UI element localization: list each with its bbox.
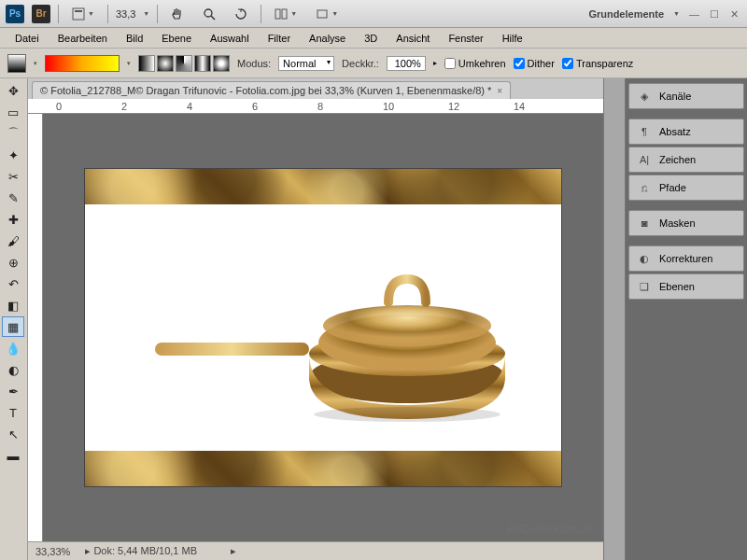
diamond-gradient-button[interactable] <box>213 55 230 72</box>
character-icon: A| <box>637 152 652 167</box>
document-canvas <box>85 169 561 486</box>
lid-handle <box>388 279 426 302</box>
tools-panel: ✥ ▭ ⌒ ✦ ✂ ✎ ✚ 🖌 ⊕ ↶ ◧ ▦ 💧 ◐ ✒ T ↖ ▬ <box>0 78 28 560</box>
menu-filter[interactable]: Filter <box>261 30 298 47</box>
svg-point-2 <box>204 9 212 17</box>
pan-handle <box>155 343 309 356</box>
opacity-label: Deckkr.: <box>342 58 379 69</box>
crop-tool[interactable]: ✂ <box>2 166 24 187</box>
svg-point-9 <box>323 305 491 346</box>
stamp-tool[interactable]: ⊕ <box>2 252 24 273</box>
linear-gradient-button[interactable] <box>138 55 155 72</box>
panel-zeichen[interactable]: A|Zeichen <box>628 147 744 173</box>
canvas-viewport[interactable]: PSD-Tutorials.de <box>43 114 603 541</box>
adjustments-icon: ◐ <box>637 251 652 266</box>
tool-preset[interactable] <box>7 54 26 73</box>
blend-mode-select[interactable]: Normal <box>278 56 334 71</box>
menu-bearbeiten[interactable]: Bearbeiten <box>50 30 115 47</box>
application-bar: Ps Br ▼ 33,3▼ ▼ ▼ Grundelemente▼ — ☐ ✕ <box>0 0 747 28</box>
status-bar: 33,33% ▸ Dok: 5,44 MB/10,1 MB ▸ <box>28 541 603 560</box>
panel-masken[interactable]: ◙Masken <box>628 210 744 236</box>
status-arrow-icon[interactable]: ▸ <box>231 545 236 557</box>
menu-ebene[interactable]: Ebene <box>154 30 199 47</box>
document-tab-bar: © Fotolia_212788_M© Dragan Trifunovic - … <box>28 78 603 99</box>
view-extras-button[interactable]: ▼ <box>66 6 100 22</box>
opacity-input[interactable]: 100% <box>387 56 426 71</box>
dither-checkbox[interactable]: Dither <box>514 58 555 69</box>
radial-gradient-button[interactable] <box>157 55 174 72</box>
zoom-level[interactable]: 33,3 <box>116 8 135 20</box>
move-tool[interactable]: ✥ <box>2 80 24 101</box>
hand-tool-shortcut[interactable] <box>165 6 190 22</box>
status-zoom[interactable]: 33,33% <box>35 546 70 557</box>
dodge-tool[interactable]: ◐ <box>2 359 24 380</box>
modus-label: Modus: <box>237 58 271 69</box>
horizontal-ruler[interactable]: 0 2 4 6 8 10 12 14 <box>28 99 603 114</box>
channels-icon: ◈ <box>637 89 652 104</box>
svg-rect-4 <box>275 9 280 19</box>
minimize-icon[interactable]: — <box>689 8 700 20</box>
menu-3d[interactable]: 3D <box>357 30 385 47</box>
lasso-tool[interactable]: ⌒ <box>2 123 24 144</box>
ornamental-border-top <box>85 169 561 204</box>
gradient-picker[interactable] <box>45 55 120 72</box>
pen-tool[interactable]: ✒ <box>2 381 24 401</box>
panel-absatz[interactable]: ¶Absatz <box>628 119 744 145</box>
panel-kanaele[interactable]: ◈Kanäle <box>628 83 744 109</box>
panel-korrekturen[interactable]: ◐Korrekturen <box>628 245 744 272</box>
brush-tool[interactable]: 🖌 <box>2 231 24 251</box>
screen-mode-button[interactable]: ▼ <box>310 6 344 22</box>
panel-pfade[interactable]: ⎌Pfade <box>628 175 744 201</box>
zoom-tool-shortcut[interactable] <box>197 6 221 22</box>
reflected-gradient-button[interactable] <box>194 55 211 72</box>
layers-icon: ❑ <box>637 279 652 294</box>
vertical-ruler[interactable] <box>28 114 43 541</box>
menu-datei[interactable]: Datei <box>7 30 47 47</box>
reverse-checkbox[interactable]: Umkehren <box>444 58 506 69</box>
gradient-type-group <box>138 55 230 72</box>
maximize-icon[interactable]: ☐ <box>710 8 721 20</box>
history-brush-tool[interactable]: ↶ <box>2 273 24 294</box>
workspace-switcher[interactable]: Grundelemente <box>588 8 664 20</box>
svg-rect-6 <box>317 10 327 18</box>
close-icon[interactable]: ✕ <box>730 8 741 20</box>
eraser-tool[interactable]: ◧ <box>2 295 24 315</box>
menu-fenster[interactable]: Fenster <box>441 30 490 47</box>
bridge-icon[interactable]: Br <box>32 5 50 23</box>
document-title: © Fotolia_212788_M© Dragan Trifunovic - … <box>40 85 491 96</box>
gradient-tool[interactable]: ▦ <box>2 316 24 337</box>
rotate-view-shortcut[interactable] <box>229 6 253 22</box>
svg-rect-1 <box>75 10 82 12</box>
menu-analyse[interactable]: Analyse <box>302 30 353 47</box>
document-tab[interactable]: © Fotolia_212788_M© Dragan Trifunovic - … <box>32 81 511 99</box>
path-select-tool[interactable]: ↖ <box>2 424 24 444</box>
golden-pan-image <box>155 232 510 438</box>
svg-line-3 <box>211 16 215 20</box>
wand-tool[interactable]: ✦ <box>2 145 24 165</box>
panel-ebenen[interactable]: ❑Ebenen <box>628 273 744 300</box>
svg-point-10 <box>314 407 500 422</box>
menu-hilfe[interactable]: Hilfe <box>495 30 530 47</box>
shape-tool[interactable]: ▬ <box>2 445 24 466</box>
panels-dock: ◈Kanäle ¶Absatz A|Zeichen ⎌Pfade ◙Masken… <box>626 78 747 560</box>
menu-ansicht[interactable]: Ansicht <box>388 30 437 47</box>
angle-gradient-button[interactable] <box>176 55 192 72</box>
arrange-documents-button[interactable]: ▼ <box>269 6 303 22</box>
menu-bar: Datei Bearbeiten Bild Ebene Auswahl Filt… <box>0 28 747 49</box>
eyedropper-tool[interactable]: ✎ <box>2 188 24 208</box>
watermark-text: PSD-Tutorials.de <box>508 523 592 536</box>
tab-close-icon[interactable]: × <box>497 86 502 96</box>
menu-auswahl[interactable]: Auswahl <box>203 30 257 47</box>
heal-tool[interactable]: ✚ <box>2 209 24 230</box>
blur-tool[interactable]: 💧 <box>2 338 24 358</box>
status-doc-size[interactable]: ▸ Dok: 5,44 MB/10,1 MB <box>85 545 197 557</box>
type-tool[interactable]: T <box>2 402 24 423</box>
photoshop-icon[interactable]: Ps <box>6 5 24 23</box>
marquee-tool[interactable]: ▭ <box>2 102 24 122</box>
menu-bild[interactable]: Bild <box>119 30 150 47</box>
options-bar: ▾ ▾ Modus: Normal Deckkr.: 100%▸ Umkehre… <box>0 49 747 78</box>
collapsed-dock[interactable] <box>603 78 626 560</box>
transparency-checkbox[interactable]: Transparenz <box>562 58 633 69</box>
photoshop-window: Ps Br ▼ 33,3▼ ▼ ▼ Grundelemente▼ — ☐ ✕ D… <box>0 0 747 560</box>
paths-icon: ⎌ <box>637 180 652 195</box>
